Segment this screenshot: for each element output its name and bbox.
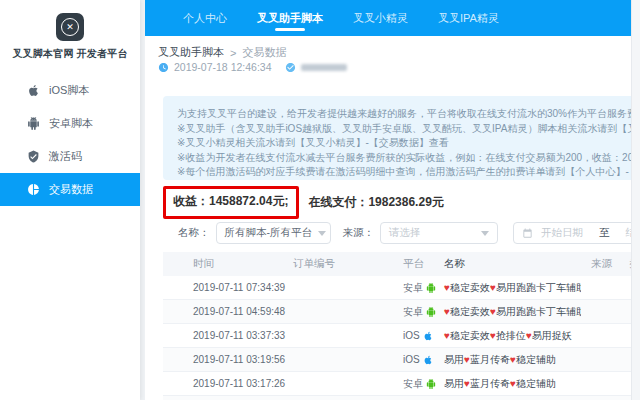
online-pay-label: 在线支付：	[308, 195, 368, 209]
cell-platform: iOS	[398, 330, 436, 341]
android-icon	[426, 379, 436, 389]
date-range-picker[interactable]: 开始日期 至 结束日期	[513, 222, 632, 244]
notice-line: ※叉叉助手（含叉叉助手iOS越狱版、叉叉助手安卓版、叉叉酷玩、叉叉IPA精灵）脚…	[177, 122, 632, 137]
source-select[interactable]: 请选择	[380, 222, 498, 244]
breadcrumb-parent[interactable]: 叉叉助手脚本	[158, 45, 224, 60]
notice-line: 为支持叉叉平台的建设，给开发者提供越来越好的服务，平台将收取在线支付流水的30%…	[177, 107, 632, 122]
sidebar-menu: iOS脚本安卓脚本激活码交易数据	[0, 74, 140, 206]
sidebar-item-label: 安卓脚本	[49, 116, 93, 131]
table-header-row: 时间订单编号平台名称来源类型	[163, 252, 632, 276]
sidebar: ✕ 叉叉脚本官网 开发者平台 iOS脚本安卓脚本激活码交易数据	[0, 0, 140, 400]
name-filter-label: 名称：	[178, 226, 210, 240]
chevron-down-icon	[318, 231, 326, 236]
tab-叉叉小精灵[interactable]: 叉叉小精灵	[353, 0, 408, 36]
sidebar-item-iOS脚本[interactable]: iOS脚本	[0, 74, 140, 107]
chevron-down-icon	[481, 231, 489, 236]
tab-个人中心[interactable]: 个人中心	[183, 0, 227, 36]
top-nav: 个人中心叉叉助手脚本叉叉小精灵叉叉IPA精灵	[145, 0, 632, 36]
table-row: 2019-07-11 04:59:48安卓♥稳定卖效♥易用跑跑卡丁车辅助	[163, 300, 632, 324]
check-circle-icon	[285, 62, 296, 73]
brand-title: 叉叉脚本官网 开发者平台	[0, 47, 140, 61]
page-scrollbar[interactable]	[631, 0, 640, 400]
column-header-来源: 来源	[581, 257, 621, 271]
column-header-订单编号: 订单编号	[293, 257, 398, 271]
script-select-value: 所有脚本-所有平台	[225, 226, 313, 240]
sidebar-item-激活码[interactable]: 激活码	[0, 140, 140, 173]
tab-叉叉助手脚本[interactable]: 叉叉助手脚本	[257, 0, 323, 36]
column-header-时间: 时间	[163, 257, 293, 271]
table-row: 2019-07-11 03:19:56iOS易用♥蓝月传奇♥稳定辅助	[163, 348, 632, 372]
cell-time: 2019-07-11 03:17:26	[163, 378, 293, 389]
table-row: iOS易用♥蓝月传奇♥稳定辅助	[163, 396, 632, 400]
shield-icon	[27, 150, 40, 163]
notice-panel: 为支持叉叉平台的建设，给开发者提供越来越好的服务，平台将收取在线支付流水的30%…	[163, 96, 632, 180]
apple-icon	[423, 355, 433, 365]
pie-chart-icon	[27, 183, 40, 196]
cell-time: 2019-07-11 03:19:56	[163, 354, 293, 365]
start-date-input[interactable]: 开始日期	[541, 226, 583, 240]
app-logo: ✕	[56, 13, 84, 41]
summary-line: 收益：1458872.04元; 在线支付：1982386.29元	[163, 186, 444, 219]
date-range-to-label: 至	[599, 226, 610, 240]
cell-name: 易用♥蓝月传奇♥稳定辅助	[436, 353, 581, 367]
script-select[interactable]: 所有脚本-所有平台	[216, 222, 331, 244]
sidebar-item-label: iOS脚本	[49, 83, 89, 98]
source-select-placeholder: 请选择	[389, 226, 421, 240]
apple-icon	[27, 84, 40, 97]
cell-name: ♥稳定卖效♥抢排位♥易用捉妖	[436, 329, 581, 343]
cell-platform: 安卓	[398, 305, 436, 319]
cell-name: ♥稳定卖效♥易用跑跑卡丁车辅助	[436, 281, 581, 295]
app-window: ✕ 叉叉脚本官网 开发者平台 iOS脚本安卓脚本激活码交易数据 个人中心叉叉助手…	[0, 0, 640, 400]
cell-platform: 安卓	[398, 281, 436, 295]
table-row: 2019-07-11 03:37:33iOS♥稳定卖效♥抢排位♥易用捉妖	[163, 324, 632, 348]
table-body: 2019-07-11 07:34:39安卓♥稳定卖效♥易用跑跑卡丁车辅助2019…	[163, 276, 632, 400]
breadcrumb: 叉叉助手脚本 > 交易数据	[158, 45, 286, 60]
tab-叉叉IPA精灵[interactable]: 叉叉IPA精灵	[438, 0, 499, 36]
redacted-text	[301, 64, 347, 71]
cell-time: 2019-07-11 03:37:33	[163, 330, 293, 341]
online-pay-value: 1982386.29元	[368, 195, 443, 209]
android-icon	[426, 307, 436, 317]
sidebar-item-安卓脚本[interactable]: 安卓脚本	[0, 107, 140, 140]
cell-platform: 安卓	[398, 377, 436, 391]
sidebar-item-交易数据[interactable]: 交易数据	[0, 173, 140, 206]
calendar-icon	[522, 228, 533, 239]
main-content: 个人中心叉叉助手脚本叉叉小精灵叉叉IPA精灵 叉叉助手脚本 > 交易数据 201…	[145, 0, 632, 400]
filter-bar: 名称： 所有脚本-所有平台 来源： 请选择 开始日期 至 结束日期	[178, 222, 632, 244]
notice-line: ※每个信用激活码的对应手续费请在激活码明细中查询，信用激活码产生的扣费详单请到【…	[177, 165, 632, 180]
cell-platform: iOS	[398, 354, 436, 365]
cell-time: 2019-07-11 04:59:48	[163, 306, 293, 317]
sidebar-item-label: 交易数据	[49, 182, 93, 197]
meta-dateline: 2019-07-18 12:46:34	[158, 61, 347, 73]
revenue-value: 1458872.04元;	[209, 194, 288, 208]
column-header-平台: 平台	[398, 257, 436, 271]
android-icon	[426, 283, 436, 293]
apple-icon	[423, 331, 433, 341]
table-row: 2019-07-11 03:17:26安卓易用♥蓝月传奇♥稳定辅助	[163, 372, 632, 396]
cell-name: 易用♥蓝月传奇♥稳定辅助	[436, 377, 581, 391]
android-icon	[27, 117, 40, 130]
transactions-table: 时间订单编号平台名称来源类型 2019-07-11 07:34:39安卓♥稳定卖…	[163, 252, 632, 400]
source-filter-label: 来源：	[343, 226, 375, 240]
table-row: 2019-07-11 07:34:39安卓♥稳定卖效♥易用跑跑卡丁车辅助	[163, 276, 632, 300]
annotation-highlight-box: 收益：1458872.04元;	[163, 186, 299, 219]
sidebar-item-label: 激活码	[49, 149, 82, 164]
notice-line: ※叉叉小精灵相关流水请到【叉叉小精灵】-【交易数据】查看	[177, 136, 632, 151]
cell-time: 2019-07-11 07:34:39	[163, 282, 293, 293]
column-header-名称: 名称	[436, 257, 581, 271]
page-datetime: 2019-07-18 12:46:34	[174, 61, 272, 73]
notice-line: ※收益为开发者在线支付流水减去平台服务费所获的实际收益，例如：在线支付交易额为2…	[177, 151, 632, 166]
breadcrumb-separator: >	[230, 47, 236, 59]
breadcrumb-current: 交易数据	[242, 45, 286, 60]
xx-logo-icon: ✕	[61, 18, 79, 36]
cell-name: ♥稳定卖效♥易用跑跑卡丁车辅助	[436, 305, 581, 319]
revenue-label: 收益：	[173, 194, 209, 208]
clock-icon	[158, 62, 169, 73]
